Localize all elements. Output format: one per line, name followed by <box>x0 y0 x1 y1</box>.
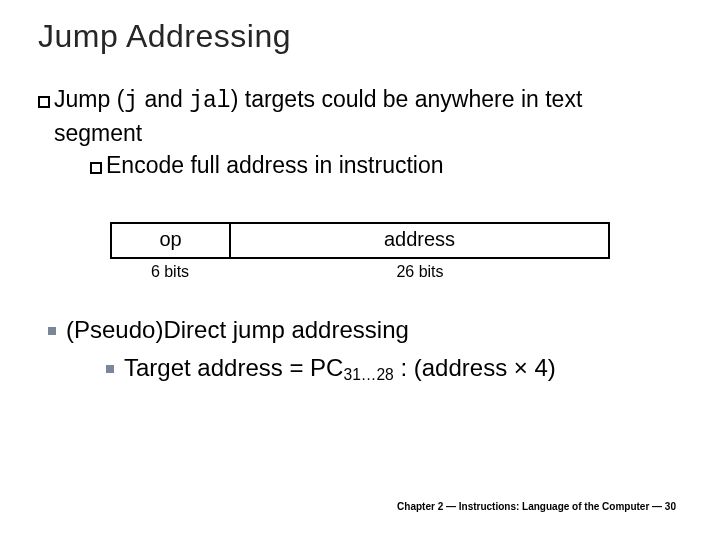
text-fragment: Target address = PC <box>124 354 343 381</box>
bullet-line-3: (Pseudo)Direct jump addressing <box>48 314 688 346</box>
slide-footer: Chapter 2 — Instructions: Language of th… <box>397 501 676 512</box>
text-fragment: : (address × 4) <box>394 354 556 381</box>
body-block-2: (Pseudo)Direct jump addressing Target ad… <box>48 314 688 385</box>
text-fragment: (Pseudo)Direct jump addressing <box>66 316 409 343</box>
bullet-line-4: Target address = PC31…28 : (address × 4) <box>106 352 688 385</box>
code-jal: jal <box>189 88 230 114</box>
square-bullet-icon <box>90 162 102 174</box>
bullet-line-1-cont: segment <box>54 119 678 149</box>
text-fragment: ) targets could be anywhere in text <box>231 86 583 112</box>
bullet-line-2: Encode full address in instruction <box>90 151 678 181</box>
diagram-row: op address <box>110 222 610 259</box>
square-bullet-icon <box>38 96 50 108</box>
slide: Jump Addressing Jump (j and jal) targets… <box>0 0 720 540</box>
text-fragment: Jump ( <box>54 86 124 112</box>
cell-op: op <box>110 222 230 259</box>
bits-row: 6 bits 26 bits <box>110 263 610 281</box>
text-fragment: and <box>138 86 189 112</box>
subscript: 31…28 <box>343 366 393 383</box>
instruction-format-diagram: op address 6 bits 26 bits <box>110 222 610 281</box>
text-fragment: Encode full address in instruction <box>106 152 444 178</box>
cell-address: address <box>230 222 610 259</box>
square-bullet-icon <box>106 365 114 373</box>
code-j: j <box>124 88 138 114</box>
slide-title: Jump Addressing <box>38 18 291 55</box>
square-bullet-icon <box>48 327 56 335</box>
bullet-line-1: Jump (j and jal) targets could be anywhe… <box>38 85 678 117</box>
bits-op: 6 bits <box>110 263 230 281</box>
body-block: Jump (j and jal) targets could be anywhe… <box>38 85 678 181</box>
bits-address: 26 bits <box>230 263 610 281</box>
